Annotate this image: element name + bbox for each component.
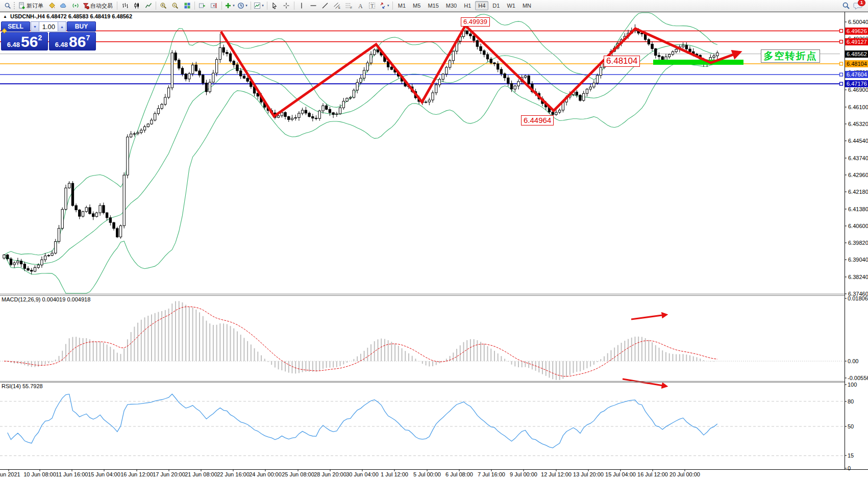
time-axis-label: 12 Jul 12:00: [541, 471, 572, 477]
time-axis-label: 21 Jun 08:00: [185, 471, 217, 477]
price-tick-label: 6.43740: [848, 155, 868, 161]
chart-canvas[interactable]: [0, 0, 868, 481]
indicator-axis-label: -0.005568: [848, 375, 868, 381]
price-badge: 6.48104: [845, 60, 868, 67]
horizontal-line-icon[interactable]: [308, 1, 319, 11]
time-axis-label: 30 Jun 04:00: [346, 471, 379, 477]
timeframe-button-mn[interactable]: MN: [519, 1, 534, 10]
new-order-button[interactable]: 新订单: [17, 1, 46, 11]
macd-signal-line: [4, 307, 717, 376]
chart-shift-icon[interactable]: [208, 1, 220, 11]
zigzag-annotation[interactable]: [221, 26, 739, 116]
mt4-window: { "toolbar": { "new_order": "新订单", "auto…: [0, 0, 868, 481]
svg-text:A: A: [358, 3, 363, 10]
symbol-collapse-icon[interactable]: ▲: [3, 14, 7, 19]
time-axis-label: 22 Jun 16:00: [217, 471, 250, 477]
volume-input[interactable]: 1.00: [39, 21, 58, 32]
vertical-line-icon[interactable]: [296, 1, 308, 11]
rsi-indicator-label: RSI(14) 55.7928: [2, 383, 43, 389]
macd-histogram: [4, 301, 717, 380]
timeframe-button-w1[interactable]: W1: [504, 1, 518, 10]
tile-windows-icon[interactable]: [181, 1, 193, 11]
timeframe-button-m5[interactable]: M5: [410, 1, 424, 10]
buy-price-prefix: 6.48: [55, 41, 68, 48]
price-tick-label: 6.45320: [848, 121, 868, 127]
buy-button[interactable]: BUY: [67, 21, 96, 32]
time-axis-label: 11 Jun 16:00: [56, 471, 88, 477]
cursor-icon[interactable]: [269, 1, 281, 11]
new-order-label: 新订单: [26, 2, 45, 10]
notification-badge: 1: [858, 0, 865, 6]
timeframe-button-m30[interactable]: M30: [443, 1, 460, 10]
search-icon[interactable]: [840, 1, 852, 11]
autotrading-button[interactable]: 自动交易: [81, 1, 115, 11]
paint-bucket-icon[interactable]: [46, 1, 58, 11]
channel-icon[interactable]: E: [331, 1, 343, 11]
time-axis-label: 25 Jun 08:00: [282, 471, 314, 477]
line-chart-icon[interactable]: [142, 1, 154, 11]
buy-price-display[interactable]: 6.48 86 7: [49, 32, 96, 50]
time-axis-label: 15 Jun 04:00: [88, 471, 120, 477]
price-tick-label: 6.38240: [848, 274, 868, 280]
indicator-axis-label: 15: [848, 452, 854, 459]
templates-button[interactable]: ▼: [253, 1, 265, 11]
macd-trend-arrow[interactable]: [631, 315, 666, 319]
trendline-icon[interactable]: [319, 1, 331, 11]
timeframe-button-m15[interactable]: M15: [425, 1, 441, 10]
periods-clock-button[interactable]: ▼: [236, 1, 249, 11]
time-axis-label: 15 Jul 04:00: [605, 471, 636, 477]
time-axis-label: 7 Jul 16:00: [478, 471, 505, 477]
indicators-button[interactable]: ▼: [224, 1, 236, 11]
zoom-out-icon[interactable]: [169, 1, 181, 11]
toolbar-separator: [267, 2, 267, 10]
price-tick-label: 6.41380: [848, 206, 868, 212]
time-axis-label: 20 Jul 00:00: [669, 471, 700, 477]
volume-increase-button[interactable]: ▲: [58, 21, 66, 32]
annotation-peak-price[interactable]: 6.49939: [461, 17, 490, 27]
arrows-tool-button[interactable]: ▼: [378, 1, 391, 11]
label-icon[interactable]: T: [366, 1, 378, 11]
time-axis-label: 10 Jun 08:00: [23, 471, 56, 477]
fibonacci-icon[interactable]: F: [343, 1, 355, 11]
bar-chart-icon[interactable]: [119, 1, 131, 11]
buy-price-sup: 7: [86, 34, 90, 41]
toolbar-separator: [294, 2, 294, 10]
buy-price-big: 86: [69, 36, 86, 48]
rsi-line: [8, 394, 717, 448]
magnifier-icon[interactable]: [2, 1, 13, 11]
candlestick-chart-icon[interactable]: [131, 1, 142, 11]
one-click-trade-panel: SELL ▼ 1.00 ▲ BUY 6.48 56 2 6.48 86 7: [1, 21, 96, 50]
time-axis-label: 28 Jun 20:00: [314, 471, 346, 477]
sell-price-display[interactable]: 6.48 56 2: [1, 32, 48, 50]
zoom-in-icon[interactable]: [158, 1, 169, 11]
price-tick-label: 6.39820: [848, 240, 868, 246]
timeframe-button-h4[interactable]: H4: [475, 1, 488, 10]
toolbar-separator: [251, 2, 251, 10]
crosshair-icon[interactable]: [281, 1, 292, 11]
timeframe-button-d1[interactable]: D1: [489, 1, 503, 10]
cloud-icon[interactable]: [58, 1, 69, 11]
auto-scroll-icon[interactable]: [196, 1, 208, 11]
macd-indicator-label: MACD(12,26,9) 0.004019 0.004918: [2, 296, 90, 302]
signals-icon[interactable]: [69, 1, 81, 11]
price-tick-label: 6.46100: [848, 104, 868, 110]
timeframe-button-h1[interactable]: H1: [461, 1, 474, 10]
autotrading-label: 自动交易: [90, 2, 114, 10]
text-icon[interactable]: A: [355, 1, 366, 11]
indicator-axis-label: 0.01806: [848, 295, 868, 301]
chat-icon[interactable]: 1: [852, 1, 863, 11]
annotation-pivot-price[interactable]: 6.48104: [604, 56, 640, 67]
price-tick-label: 6.39040: [848, 257, 868, 263]
price-tick-label: 6.44540: [848, 138, 868, 144]
time-axis-label: 16 Jul 12:00: [637, 471, 668, 477]
toolbar-separator: [117, 2, 117, 10]
timeframe-bar: M1M5M15M30H1H4D1W1MN: [394, 1, 535, 10]
sell-price-big: 56: [21, 36, 38, 48]
volume-decrease-button[interactable]: ▼: [31, 21, 39, 32]
annotation-note-box[interactable]: 多空转折点: [761, 49, 820, 63]
time-axis-label: 16 Jun 12:00: [120, 471, 153, 477]
annotation-trough-price[interactable]: 6.44964: [521, 115, 554, 125]
toolbar-separator: [194, 2, 195, 10]
timeframe-button-m1[interactable]: M1: [395, 1, 409, 10]
support-zone-bar[interactable]: [653, 60, 743, 65]
